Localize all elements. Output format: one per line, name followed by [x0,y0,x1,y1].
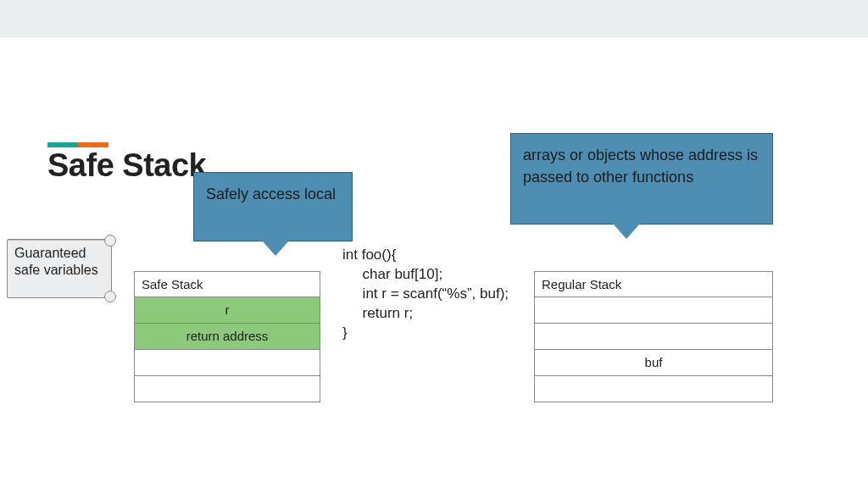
slide-title: Safe Stack [47,147,206,184]
top-bar [0,0,868,37]
safe-stack-row-empty [135,350,320,376]
regular-stack-row-empty [535,376,772,402]
callout-arrays-text: arrays or objects whose address is passe… [523,147,758,186]
scroll-note: Guaranteed safe variables [7,239,112,298]
callout-safe-local-text: Safely access local [206,186,336,202]
callout-arrays: arrays or objects whose address is passe… [510,133,773,225]
regular-stack-table: Regular Stack buf [534,271,773,402]
safe-stack-row-return: return address [135,324,320,350]
regular-stack-row-empty [535,297,772,324]
regular-stack-header: Regular Stack [535,272,772,297]
code-snippet: int foo(){ char buf[10]; int r = scanf(“… [342,246,509,343]
callout-safe-local: Safely access local [193,172,353,241]
regular-stack-row-buf: buf [535,350,772,376]
safe-stack-row-r: r [135,297,320,324]
title-accent [47,136,108,141]
safe-stack-table: Safe Stack r return address [134,271,320,402]
regular-stack-row-empty [535,324,772,350]
scroll-note-text: Guaranteed safe variables [8,240,111,284]
slide-canvas: Safe Stack Guaranteed safe variables Saf… [0,37,868,488]
safe-stack-row-empty [135,376,320,402]
safe-stack-header: Safe Stack [135,272,320,297]
